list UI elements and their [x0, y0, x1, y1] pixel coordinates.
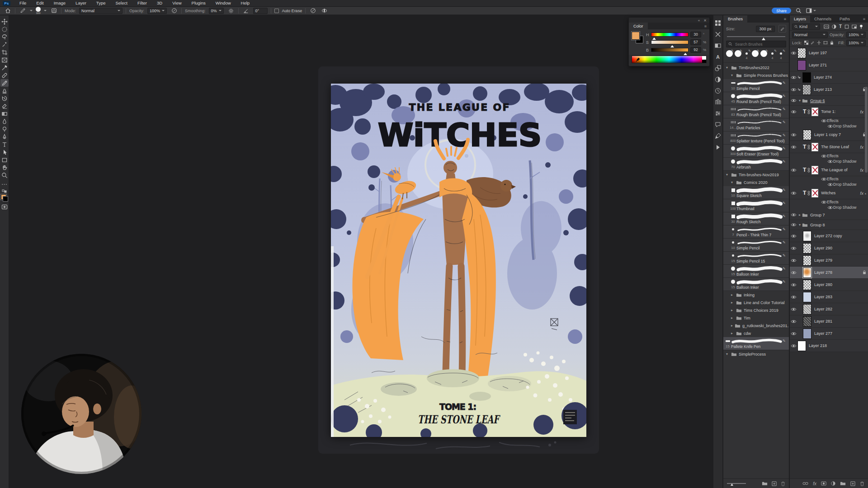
tool-type[interactable] — [0, 141, 9, 148]
text-layer-row[interactable]: T The League of fx▴ — [790, 164, 868, 176]
eye-icon[interactable] — [790, 145, 797, 149]
brush-row[interactable]: ✎ 83 Rough Brush (Pencil Tool) — [723, 105, 789, 118]
layer-name[interactable]: Layer 282 — [814, 307, 866, 311]
tool-crop[interactable] — [0, 48, 9, 56]
eye-icon[interactable] — [790, 271, 797, 275]
type-panel-icon[interactable]: A — [715, 54, 721, 60]
layer-thumbnail[interactable] — [802, 84, 811, 95]
pressure-size-icon[interactable] — [309, 7, 317, 14]
background-color-swatch[interactable] — [3, 196, 8, 202]
mode-dropdown[interactable]: Normal — [79, 8, 123, 14]
chevron-down-icon[interactable]: ▾ — [797, 223, 802, 227]
chevron-down-icon[interactable]: ▾ — [731, 180, 734, 184]
layer-thumbnail[interactable] — [803, 243, 811, 253]
layer-thumbnail[interactable] — [797, 341, 806, 351]
layer-name[interactable]: Layer 278 — [814, 270, 861, 275]
menu-type[interactable]: Type — [91, 0, 111, 6]
menu-select[interactable]: Select — [110, 0, 132, 6]
layer-name[interactable]: Layer 290 — [814, 246, 866, 250]
delete-layer-icon[interactable] — [860, 481, 864, 486]
layer-row[interactable]: Layer 274 — [790, 71, 868, 84]
chevron-down-icon[interactable]: ▾ — [726, 66, 729, 70]
slider-track[interactable] — [651, 33, 689, 37]
layer-thumbnail[interactable] — [797, 60, 806, 70]
swatches-panel-icon[interactable] — [715, 20, 721, 26]
eye-icon[interactable] — [790, 258, 797, 263]
layer-thumbnail[interactable] — [797, 48, 806, 58]
eye-icon[interactable] — [790, 319, 797, 324]
tool-eyedropper[interactable] — [0, 64, 9, 71]
eye-icon[interactable] — [790, 332, 797, 336]
recent-brush[interactable]: ✎ — [726, 50, 733, 57]
effect-row[interactable]: Drop Shadow — [790, 123, 868, 129]
lock-position-icon[interactable] — [817, 41, 821, 45]
filter-type-layers-icon[interactable]: T — [839, 24, 842, 29]
brush-folder-row[interactable]: ▸ cdw — [723, 329, 789, 337]
eye-icon[interactable] — [790, 133, 797, 137]
layer-row[interactable]: Layer 272 copy — [790, 230, 868, 242]
layer-thumbnail[interactable] — [802, 72, 811, 83]
lock-all-icon[interactable] — [830, 41, 834, 45]
layer-name[interactable]: The League of — [821, 168, 860, 172]
blend-mode-dropdown[interactable]: Normal — [792, 32, 828, 38]
effects-row[interactable]: Effects — [790, 118, 868, 123]
workspace-switcher-icon[interactable] — [806, 8, 816, 13]
filter-smart-objects-icon[interactable] — [852, 24, 857, 29]
brush-search-input[interactable] — [734, 42, 784, 47]
layer-style-icon[interactable]: fx — [813, 481, 816, 486]
chevron-down-icon[interactable]: ▾ — [726, 352, 729, 356]
tab-brushes[interactable]: Brushes — [723, 15, 747, 23]
eye-icon[interactable] — [790, 213, 797, 217]
artwork-canvas[interactable]: THE LEAGUE OF WiTCHES — [331, 84, 586, 437]
new-brush-group-icon[interactable] — [762, 481, 768, 486]
layer-name[interactable]: Witches — [821, 191, 860, 195]
group-row[interactable]: ▾ Group 8 — [790, 220, 868, 230]
slider-value[interactable]: 30 — [690, 32, 701, 38]
link-layers-icon[interactable] — [802, 482, 808, 485]
document-scratch-area[interactable]: THE LEAGUE OF WiTCHES — [318, 66, 599, 454]
chevron-down-icon[interactable]: ▾ — [726, 173, 729, 177]
layer-thumbnail[interactable] — [803, 130, 811, 140]
eye-icon[interactable] — [827, 160, 833, 164]
brush-row[interactable]: ✎ 100 Thumbnail — [723, 199, 789, 212]
brush-row[interactable]: ✎ 10 Square Sketch — [723, 186, 789, 199]
delete-brush-icon[interactable] — [781, 481, 785, 486]
brush-folder-row[interactable]: ▾ Comics 2020 — [723, 178, 789, 186]
brush-preview[interactable]: 300 — [36, 7, 41, 14]
recent-brush[interactable]: ✎ 4 — [777, 50, 785, 60]
tool-spot-healing[interactable] — [0, 71, 9, 79]
brush-folder-row[interactable]: ▾ TimBrushes2022 — [723, 64, 789, 71]
eye-icon[interactable] — [790, 99, 797, 103]
chevron-right-icon[interactable]: ▸ — [731, 300, 734, 305]
recent-brush[interactable]: ✎ 4 — [769, 50, 776, 60]
foreground-background-swatches[interactable] — [1, 194, 8, 202]
smoothing-dropdown[interactable]: 0% — [209, 8, 224, 14]
missing-smart-object-thumbnail[interactable] — [811, 143, 818, 151]
missing-smart-object-thumbnail[interactable] — [811, 108, 818, 116]
brush-row[interactable]: ✎ 10 Simple Pencil — [723, 79, 789, 92]
filter-pixel-layers-icon[interactable] — [824, 24, 829, 29]
recent-brush[interactable]: ✎ — [734, 50, 742, 57]
menu-plugins[interactable]: Plugins — [187, 0, 211, 6]
brush-settings-panel-icon[interactable] — [715, 133, 721, 139]
foreground-color-swatch[interactable] — [632, 32, 640, 40]
layer-name[interactable]: Layer 197 — [809, 51, 866, 55]
eye-icon[interactable] — [790, 295, 797, 299]
menu-window[interactable]: Window — [211, 0, 236, 6]
layer-thumbnail[interactable] — [803, 292, 811, 302]
tool-magic-wand[interactable] — [0, 41, 9, 48]
layers-scrollbar[interactable] — [865, 87, 868, 173]
panel-menu-icon[interactable]: ≡ — [863, 17, 865, 21]
layer-name[interactable]: Layer 213 — [814, 87, 861, 92]
eye-icon[interactable] — [790, 307, 797, 311]
brush-row[interactable]: ✎ 30 Rough Sketch — [723, 212, 789, 225]
tool-lasso[interactable] — [0, 33, 9, 41]
brush-row[interactable]: ✎ 800 Splatter texture (Pencil Tool) — [723, 131, 789, 145]
group-row[interactable]: ▾ Group 6 — [790, 96, 868, 106]
filter-shape-layers-icon[interactable] — [844, 24, 849, 29]
layer-name[interactable]: Layer 279 — [814, 258, 866, 263]
layer-row[interactable]: Layer 283 — [790, 291, 868, 303]
tool-rectangle[interactable] — [0, 156, 9, 164]
layer-fill-dropdown[interactable]: 100% — [846, 40, 866, 46]
tool-zoom[interactable] — [0, 171, 9, 179]
